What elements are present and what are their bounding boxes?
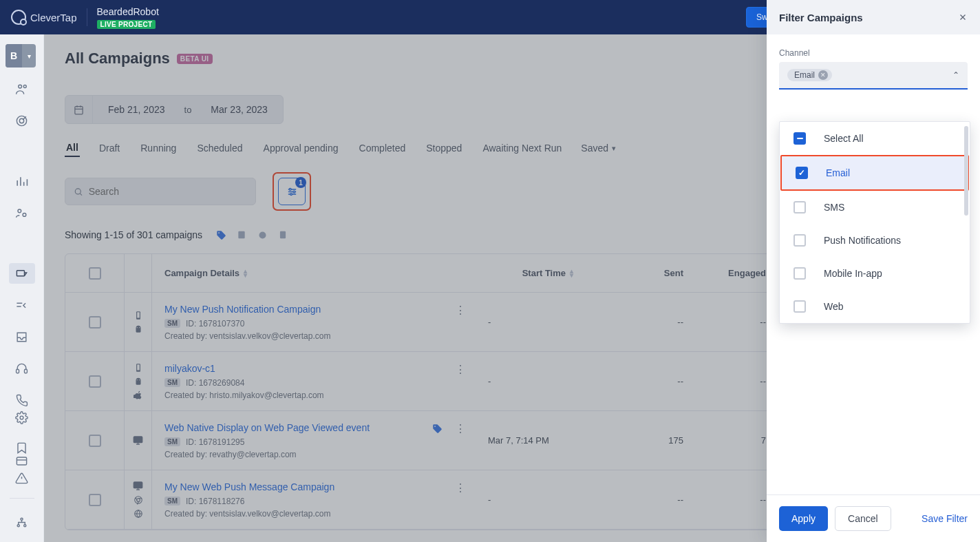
tab-saved[interactable]: Saved▾	[581, 143, 616, 154]
scrollbar[interactable]	[964, 126, 968, 216]
col-sent[interactable]: Sent	[664, 268, 683, 278]
sent-cell: 175	[593, 435, 696, 446]
sm-badge: SM	[164, 378, 180, 387]
campaign-name-link[interactable]: My New Web Push Message Campaign	[164, 481, 463, 492]
channel-select[interactable]: Email ✕ ⌃	[779, 62, 968, 90]
sm-badge: SM	[164, 319, 180, 328]
option-web[interactable]: Web	[780, 290, 970, 323]
device-icon	[134, 311, 143, 320]
option-sms[interactable]: SMS	[780, 191, 970, 224]
apply-button[interactable]: Apply	[779, 506, 828, 531]
clevertap-icon	[11, 10, 26, 25]
tab-approval-pending[interactable]: Approval pending	[262, 140, 340, 156]
sidebar-network-icon[interactable]	[9, 512, 35, 532]
svg-rect-27	[137, 364, 140, 370]
option-push[interactable]: Push Notifications	[780, 224, 970, 257]
sidebar-settings-icon[interactable]	[9, 407, 35, 428]
checkbox	[793, 300, 806, 313]
svg-point-1	[23, 85, 26, 87]
sidebar-analytics-icon[interactable]	[9, 171, 35, 191]
row-checkbox[interactable]	[89, 435, 101, 447]
sent-cell: --	[593, 494, 696, 505]
option-email[interactable]: ✓ Email	[782, 156, 968, 189]
sliders-icon	[286, 186, 298, 198]
option-mobile-inapp[interactable]: Mobile In-app	[780, 257, 970, 290]
tab-completed[interactable]: Completed	[358, 140, 407, 156]
device-icon	[134, 363, 143, 373]
clipboard-icon[interactable]	[277, 229, 289, 241]
svg-point-4	[18, 209, 21, 212]
chip-label: Email	[794, 70, 815, 80]
select-all-checkbox[interactable]	[89, 267, 101, 280]
engaged-cell: --	[696, 376, 778, 386]
checkbox	[793, 267, 806, 280]
channel-icons	[125, 293, 152, 351]
channel-dropdown: Select All ✓ Email SMS Push Notification…	[779, 121, 970, 324]
row-checkbox[interactable]	[89, 375, 101, 388]
row-checkbox[interactable]	[89, 316, 101, 329]
svg-rect-7	[17, 369, 19, 373]
row-menu-icon[interactable]: ⋮	[455, 363, 466, 376]
svg-point-17	[292, 191, 295, 193]
row-menu-icon[interactable]: ⋮	[455, 481, 466, 494]
android-icon	[134, 324, 143, 334]
svg-rect-14	[75, 106, 83, 114]
date-range-picker[interactable]: Feb 21, 2023 to Mar 23, 2023	[65, 95, 284, 124]
channel-icons	[125, 470, 152, 529]
search-input-wrapper[interactable]	[65, 178, 256, 205]
svg-point-12	[24, 524, 26, 526]
brand-logo[interactable]: CleverTap	[11, 10, 77, 25]
created-by: Created by: ventsislav.velkov@clevertap.…	[164, 509, 463, 519]
campaign-name-link[interactable]: My New Push Notification Campaign	[164, 304, 463, 315]
tab-draft[interactable]: Draft	[98, 140, 121, 156]
channel-label: Channel	[779, 48, 968, 58]
svg-rect-8	[24, 369, 27, 373]
row-menu-icon[interactable]: ⋮	[455, 422, 466, 435]
search-input[interactable]	[89, 186, 247, 197]
sidebar-journeys-icon[interactable]	[9, 295, 35, 315]
col-campaign-details[interactable]: Campaign Details	[164, 268, 239, 278]
date-to: Mar 23, 2023	[195, 104, 283, 115]
sidebar-alert-icon[interactable]	[9, 468, 35, 488]
sidebar-users-icon[interactable]	[9, 79, 35, 99]
option-select-all[interactable]: Select All	[780, 122, 970, 155]
filter-panel-footer: Apply Cancel Save Filter	[767, 494, 980, 542]
tab-awaiting[interactable]: Awaiting Next Run	[481, 140, 563, 156]
category-icons	[215, 229, 289, 241]
tab-stopped[interactable]: Stopped	[425, 140, 463, 156]
circle-icon[interactable]	[256, 229, 268, 241]
row-menu-icon[interactable]: ⋮	[455, 304, 466, 317]
campaign-name-link[interactable]: milyakov-c1	[164, 363, 463, 374]
cancel-button[interactable]: Cancel	[835, 506, 891, 531]
tag-icon[interactable]	[215, 229, 227, 241]
sidebar-campaigns-icon[interactable]	[9, 263, 35, 284]
col-start-time[interactable]: Start Time	[522, 268, 566, 278]
col-engaged[interactable]: Engaged	[728, 268, 766, 278]
sidebar-target-icon[interactable]	[9, 110, 35, 131]
option-label: Mobile In-app	[824, 268, 882, 279]
tag-icon[interactable]	[432, 424, 443, 434]
engaged-cell: --	[696, 317, 778, 327]
sort-icon[interactable]: ▴▾	[570, 269, 573, 278]
row-checkbox[interactable]	[89, 494, 101, 506]
chip-remove-icon[interactable]: ✕	[818, 70, 828, 80]
sm-badge: SM	[164, 497, 180, 505]
sidebar-segments-icon[interactable]	[9, 202, 35, 223]
campaign-name-link[interactable]: Web Native Display on Web Page Viewed ev…	[164, 422, 463, 433]
search-icon	[74, 187, 83, 197]
sidebar-bookmark-icon[interactable]	[9, 437, 35, 458]
account-switcher[interactable]: B ▾	[6, 44, 36, 67]
sort-icon[interactable]: ▴▾	[244, 269, 247, 278]
chrome-icon	[134, 495, 143, 505]
list-icon[interactable]	[235, 229, 248, 241]
sidebar-support-icon[interactable]	[9, 358, 35, 379]
tab-scheduled[interactable]: Scheduled	[195, 140, 244, 156]
svg-point-11	[17, 524, 19, 526]
save-filter-link[interactable]: Save Filter	[922, 513, 968, 524]
created-by: Created by: ventsislav.velkov@clevertap.…	[164, 331, 463, 341]
project-block[interactable]: BeardedRobot LIVE PROJECT	[97, 6, 159, 29]
tab-running[interactable]: Running	[139, 140, 178, 156]
sidebar-inbox-icon[interactable]	[9, 326, 35, 347]
close-icon[interactable]	[958, 12, 968, 22]
tab-all[interactable]: All	[65, 139, 80, 157]
